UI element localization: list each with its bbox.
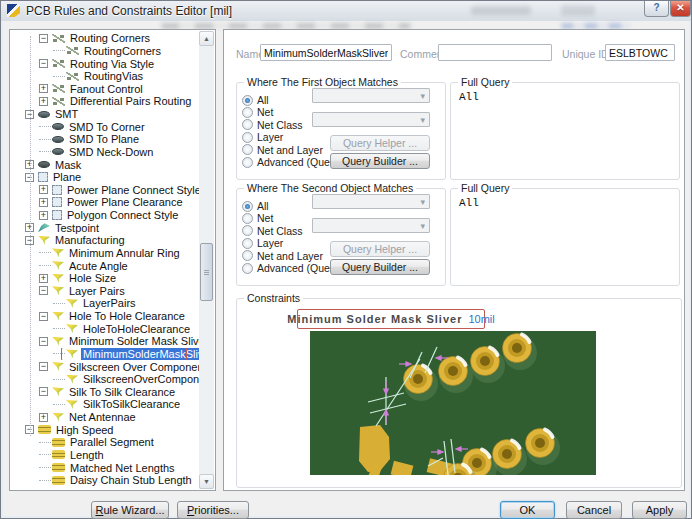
scroll-down-icon[interactable]: ▼ xyxy=(199,474,214,489)
tree-item[interactable]: SMD To Corner xyxy=(11,120,199,133)
radio-selected-icon[interactable] xyxy=(242,201,253,212)
radio-icon[interactable] xyxy=(242,157,253,168)
tree-item-label[interactable]: Length xyxy=(68,449,106,461)
tree-item[interactable]: +Net Antennae xyxy=(11,411,199,424)
tree-item[interactable]: +Power Plane Clearance xyxy=(11,196,199,209)
comment-input[interactable] xyxy=(438,44,552,61)
scrollbar-thumb[interactable] xyxy=(200,243,213,301)
tree-item[interactable]: +Power Plane Connect Style xyxy=(11,184,199,197)
radio-icon[interactable] xyxy=(242,132,253,143)
name-input[interactable] xyxy=(260,44,392,61)
tree-item-label[interactable]: Polygon Connect Style xyxy=(65,209,180,221)
tree-item-label[interactable]: Routing Corners xyxy=(68,32,152,44)
radio-icon[interactable] xyxy=(242,238,253,249)
tree-item-label[interactable]: Minimum Annular Ring xyxy=(67,247,182,259)
collapse-icon[interactable]: − xyxy=(39,387,48,396)
tree-item[interactable]: +Testpoint xyxy=(11,221,199,234)
priorities-button[interactable]: Priorities... xyxy=(177,501,249,519)
radio-option-layer[interactable]: Layer xyxy=(242,237,283,249)
tree-item[interactable]: +Mask xyxy=(11,158,199,171)
tree-item[interactable]: −Silk To Silk Clearance xyxy=(11,386,199,399)
tree-item-label[interactable]: Layer Pairs xyxy=(67,285,127,297)
radio-option-net[interactable]: Net xyxy=(242,106,273,118)
tree-item[interactable]: Daisy Chain Stub Length xyxy=(11,474,199,487)
ok-button[interactable]: OK xyxy=(500,501,555,519)
tree-item[interactable]: SMD To Plane xyxy=(11,133,199,146)
tree-item-label[interactable]: SMD Neck-Down xyxy=(67,146,155,158)
unique-id-input[interactable] xyxy=(605,44,675,61)
radio-icon[interactable] xyxy=(242,213,253,224)
radio-icon[interactable] xyxy=(242,250,253,261)
collapse-icon[interactable]: − xyxy=(39,337,48,346)
tree-item[interactable]: Minimum Annular Ring xyxy=(11,247,199,260)
tree-item[interactable]: −Plane xyxy=(11,171,199,184)
expand-icon[interactable]: + xyxy=(39,198,48,207)
expand-icon[interactable]: + xyxy=(39,274,48,283)
tree-item-label[interactable]: Silkscreen Over Component Pads xyxy=(67,361,199,373)
tree-item-label[interactable]: High Speed xyxy=(54,424,116,436)
radio-option-net-class[interactable]: Net Class xyxy=(242,225,303,237)
radio-option-net-class[interactable]: Net Class xyxy=(242,119,303,131)
tree-item[interactable]: Matched Net Lengths xyxy=(11,461,199,474)
radio-option-advanced-query-[interactable]: Advanced (Query) xyxy=(242,156,342,168)
cancel-button[interactable]: Cancel xyxy=(566,501,622,519)
tree-item[interactable]: −Routing Via Style xyxy=(11,57,199,70)
tree-item[interactable]: −SMT xyxy=(11,108,199,121)
tree-item-label[interactable]: Plane xyxy=(51,171,83,183)
expand-icon[interactable]: + xyxy=(39,185,48,194)
tree-item[interactable]: +Differential Pairs Routing xyxy=(11,95,199,108)
tree-item[interactable]: SilkToSilkClearance xyxy=(11,398,199,411)
tree-item[interactable]: Length xyxy=(11,449,199,462)
tree-item-label[interactable]: Testpoint xyxy=(53,222,101,234)
tree-item-label[interactable]: Minimum Solder Mask Sliver xyxy=(67,335,199,347)
tree-item-label[interactable]: RoutingVias xyxy=(82,70,145,82)
expand-icon[interactable]: + xyxy=(39,413,48,422)
collapse-icon[interactable]: − xyxy=(39,362,48,371)
expand-icon[interactable]: + xyxy=(39,211,48,220)
tree-item-label[interactable]: Power Plane Clearance xyxy=(65,196,185,208)
tree-scrollbar[interactable]: ▲ ▼ xyxy=(199,31,214,489)
tree-item[interactable]: −High Speed xyxy=(11,423,199,436)
tree-item-label[interactable]: LayerPairs xyxy=(81,297,138,309)
tree-item-label[interactable]: SilkToSilkClearance xyxy=(81,398,182,410)
radio-icon[interactable] xyxy=(242,225,253,236)
tree-item[interactable]: −Hole To Hole Clearance xyxy=(11,310,199,323)
tree-item[interactable]: Parallel Segment xyxy=(11,436,199,449)
tree-item[interactable]: +Polygon Connect Style xyxy=(11,209,199,222)
tree-item-label[interactable]: Differential Pairs Routing xyxy=(68,95,193,107)
tree-item-label[interactable]: SMD To Plane xyxy=(67,133,141,145)
radio-option-layer[interactable]: Layer xyxy=(242,131,283,143)
tree-item-label[interactable]: Manufacturing xyxy=(53,234,127,246)
tree-item[interactable]: −Silkscreen Over Component Pads xyxy=(11,360,199,373)
close-button[interactable]: ✕ xyxy=(670,1,691,17)
tree-item-label[interactable]: SMD To Corner xyxy=(67,121,147,133)
tree-item[interactable]: −Manufacturing xyxy=(11,234,199,247)
tree-item-label[interactable]: Hole Size xyxy=(67,272,118,284)
tree-item[interactable]: RoutingCorners xyxy=(11,45,199,58)
rule-wizard-button[interactable]: Rule Wizard... xyxy=(91,501,169,519)
tree-item[interactable]: RoutingVias xyxy=(11,70,199,83)
radio-option-net-and-layer[interactable]: Net and Layer xyxy=(242,250,323,262)
tree-item[interactable]: −Layer Pairs xyxy=(11,285,199,298)
collapse-icon[interactable]: − xyxy=(39,286,48,295)
tree-item-label[interactable]: Hole To Hole Clearance xyxy=(67,310,187,322)
tree-item[interactable]: +Hole Size xyxy=(11,272,199,285)
tree-item-label[interactable]: SMT xyxy=(53,108,80,120)
tree-item-label[interactable]: Acute Angle xyxy=(67,260,130,272)
radio-option-net-and-layer[interactable]: Net and Layer xyxy=(242,144,323,156)
second-net-dropdown[interactable] xyxy=(312,194,430,209)
tree-item-label[interactable]: Routing Via Style xyxy=(68,58,156,70)
second-query-helper-button[interactable]: Query Helper ... xyxy=(330,241,430,257)
collapse-icon[interactable]: − xyxy=(39,312,48,321)
constraint-rule-value[interactable]: 10mil xyxy=(468,313,494,325)
tree-item[interactable]: +Fanout Control xyxy=(11,83,199,96)
expand-icon[interactable]: + xyxy=(39,97,48,106)
radio-icon[interactable] xyxy=(242,107,253,118)
radio-option-all[interactable]: All xyxy=(242,94,269,106)
second-netclass-dropdown[interactable] xyxy=(312,218,430,233)
radio-selected-icon[interactable] xyxy=(242,95,253,106)
collapse-icon[interactable]: − xyxy=(39,34,48,43)
tree-item-label[interactable]: Daisy Chain Stub Length xyxy=(68,474,194,486)
tree-item[interactable]: LayerPairs xyxy=(11,297,199,310)
radio-option-all[interactable]: All xyxy=(242,200,269,212)
